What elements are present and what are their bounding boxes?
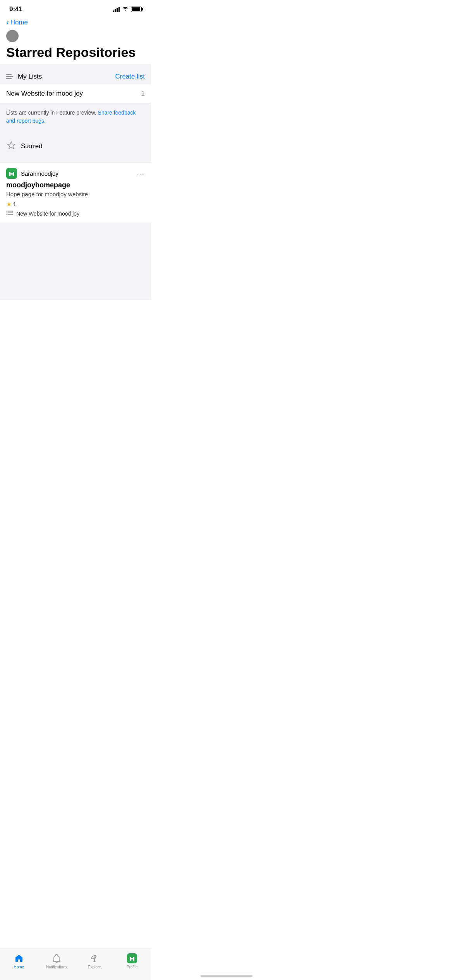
repo-card[interactable]: Sarahmoodjoy ··· moodjoyhomepage Hope pa…	[0, 162, 151, 223]
more-options-button[interactable]: ···	[136, 169, 145, 178]
star-outline-icon	[6, 140, 16, 152]
feature-notice-text: Lists are currently in Feature preview.	[6, 110, 98, 116]
back-label[interactable]: Home	[10, 19, 28, 26]
svg-point-1	[7, 211, 8, 212]
repo-card-header: Sarahmoodjoy ···	[6, 168, 145, 179]
my-lists-label: My Lists	[18, 73, 42, 81]
my-lists-header: My Lists Create list	[0, 69, 151, 84]
repo-stars-row: ★ 1	[6, 200, 145, 208]
star-count: 1	[13, 201, 16, 207]
repo-list-row: New Website for mood joy	[6, 210, 145, 217]
wifi-icon	[122, 6, 129, 12]
repo-avatar	[6, 168, 17, 179]
repo-name: moodjoyhomepage	[6, 181, 145, 189]
hamburger-icon	[6, 74, 13, 79]
starred-section-header: Starred	[0, 135, 151, 158]
repo-description: Hope page for moodjoy website	[6, 191, 145, 197]
svg-rect-2	[8, 211, 13, 212]
list-item[interactable]: New Website for mood joy 1	[0, 84, 151, 103]
repo-author-name: Sarahmoodjoy	[21, 170, 58, 177]
status-time: 9:41	[9, 5, 22, 13]
svg-rect-6	[8, 214, 13, 215]
svg-rect-4	[8, 212, 13, 213]
feature-notice: Lists are currently in Feature preview. …	[0, 103, 151, 130]
repo-author-row: Sarahmoodjoy	[6, 168, 58, 179]
back-navigation[interactable]: ‹ Home	[0, 15, 151, 28]
gray-fill-area	[0, 223, 151, 300]
my-lists-left: My Lists	[6, 73, 42, 81]
lists-section: My Lists Create list New Website for moo…	[0, 64, 151, 162]
status-bar: 9:41	[0, 0, 151, 15]
list-icon	[6, 210, 13, 217]
starred-label: Starred	[21, 142, 43, 150]
star-filled-icon: ★	[6, 200, 12, 208]
list-item-name: New Website for mood joy	[6, 90, 83, 98]
signal-icon	[113, 7, 120, 12]
repo-list-name: New Website for mood joy	[16, 211, 79, 217]
back-chevron-icon: ‹	[6, 18, 9, 27]
list-item-count: 1	[141, 90, 145, 98]
battery-icon	[131, 7, 142, 12]
svg-point-3	[7, 212, 8, 214]
svg-point-5	[7, 214, 8, 215]
status-icons	[113, 6, 142, 12]
user-avatar-small	[6, 30, 19, 42]
create-list-button[interactable]: Create list	[115, 73, 145, 81]
page-title: Starred Repositories	[0, 45, 151, 64]
